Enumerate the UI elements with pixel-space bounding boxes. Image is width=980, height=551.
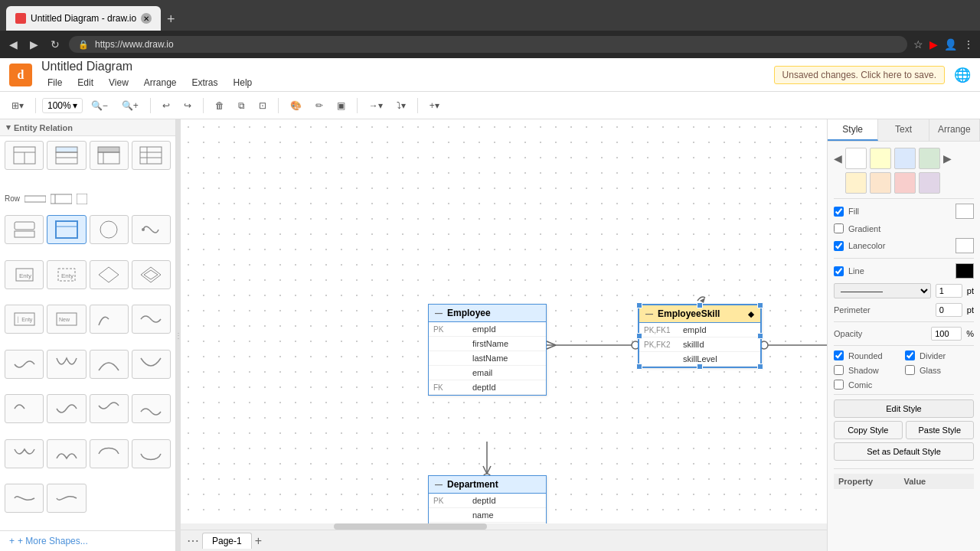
shadow-checkbox[interactable] (834, 365, 844, 375)
shape-item[interactable] (90, 141, 129, 170)
page-options-button[interactable]: ⋯ (187, 533, 199, 548)
shape-item[interactable]: Enty (47, 260, 86, 289)
department-collapse-btn[interactable]: — (435, 481, 443, 489)
employee-table[interactable]: — Employee PK empId firstName lastName (428, 304, 547, 396)
shape-item[interactable] (132, 305, 171, 334)
zoom-control[interactable]: 100% ▾ (42, 98, 83, 113)
sel-handle-mr[interactable] (757, 333, 763, 339)
back-button[interactable]: ◀ (6, 35, 21, 54)
edit-style-button[interactable]: Edit Style (834, 399, 974, 418)
default-style-button[interactable]: Set as Default Style (834, 442, 974, 461)
page-tab-1[interactable]: Page-1 (202, 533, 252, 549)
shape-item[interactable] (47, 484, 86, 513)
table-row[interactable]: email (429, 366, 546, 380)
divider-checkbox[interactable] (905, 350, 915, 360)
sel-handle-ml[interactable] (636, 333, 642, 339)
copy-style-button[interactable]: Copy Style (834, 421, 903, 439)
sel-handle-tl[interactable] (636, 302, 642, 308)
fill-color-box[interactable] (956, 204, 974, 219)
shape-item[interactable] (90, 350, 129, 379)
undo-button[interactable]: ↩ (157, 97, 175, 114)
employee-collapse-btn[interactable]: — (435, 309, 443, 318)
menu-arrange[interactable]: Arrange (138, 75, 183, 90)
table-row[interactable]: PK,FK1 empId (639, 323, 760, 337)
color-prev-button[interactable]: ◀ (834, 152, 842, 165)
color-swatch-purple[interactable] (919, 172, 940, 194)
more-button[interactable]: ⋮ (963, 38, 974, 51)
color-swatch-white[interactable] (845, 148, 867, 169)
employee-skill-table[interactable]: — EmployeeSkill ◆ PK,FK1 empId PK,FK2 sk… (638, 304, 762, 368)
copy-style-toolbar-button[interactable]: ⧉ (233, 97, 250, 114)
shape-item[interactable]: Enty (5, 260, 44, 289)
table-row[interactable]: PK deptId (429, 494, 546, 508)
menu-edit[interactable]: Edit (71, 75, 100, 90)
redo-button[interactable]: ↪ (178, 97, 197, 114)
shape-item[interactable] (5, 394, 44, 423)
delete-button[interactable]: 🗑 (210, 97, 230, 114)
color-swatch-orange[interactable] (870, 172, 891, 194)
line-color-box[interactable] (956, 263, 974, 279)
shape-item[interactable] (132, 350, 171, 379)
shape-item[interactable] (132, 215, 171, 244)
color-next-button[interactable]: ▶ (943, 152, 952, 165)
shape-item[interactable] (5, 350, 44, 379)
table-row[interactable]: firstName (429, 337, 546, 351)
color-swatch-blue[interactable] (894, 148, 916, 169)
sel-handle-bl[interactable] (636, 364, 642, 370)
grid-toggle-button[interactable]: ⊞▾ (6, 97, 29, 114)
lanecolor-checkbox[interactable] (834, 241, 844, 251)
shape-item[interactable] (47, 141, 86, 170)
address-bar[interactable]: 🔒 https://www.draw.io (69, 36, 907, 53)
tab-close-button[interactable]: ✕ (141, 13, 152, 24)
table-row[interactable]: lastName (429, 351, 546, 366)
color-swatch-red[interactable] (894, 172, 916, 194)
shape-item[interactable] (132, 394, 171, 423)
connector-button[interactable]: →▾ (364, 97, 388, 114)
line-color-button[interactable]: ✏ (310, 97, 328, 114)
table-row[interactable]: PK empId (429, 322, 546, 337)
shape-item[interactable] (132, 141, 171, 170)
refresh-button[interactable]: ↻ (47, 35, 63, 54)
table-row[interactable]: FK deptId (429, 380, 546, 395)
line-width-input[interactable] (936, 284, 962, 298)
menu-view[interactable]: View (103, 75, 135, 90)
comic-checkbox[interactable] (834, 380, 844, 390)
zoom-in-button[interactable]: 🔍+ (116, 97, 144, 114)
color-swatch-green[interactable] (919, 148, 940, 169)
shape-item[interactable]: │ Enty (5, 305, 44, 334)
collapse-left-icon[interactable]: ▾ (6, 122, 11, 132)
line-style-select[interactable]: ————— - - - - (834, 283, 931, 298)
fill-checkbox[interactable] (834, 207, 844, 217)
waypoint-button[interactable]: ⤵▾ (391, 97, 411, 114)
lanecolor-color-box[interactable] (956, 238, 974, 253)
scrollbar-thumb[interactable] (334, 523, 487, 530)
add-page-button[interactable]: + (255, 534, 262, 548)
tab-style[interactable]: Style (828, 119, 878, 141)
paste-style-toolbar-button[interactable]: ⊡ (253, 97, 272, 114)
shape-item[interactable] (132, 439, 171, 468)
shape-item[interactable] (5, 484, 44, 513)
globe-icon[interactable]: 🌐 (954, 67, 971, 83)
shape-item[interactable] (90, 260, 129, 289)
shape-item[interactable] (47, 439, 86, 468)
shape-item[interactable] (47, 394, 86, 423)
shape-item[interactable] (90, 305, 129, 334)
shape-item[interactable] (47, 350, 86, 379)
menu-help[interactable]: Help (227, 75, 259, 90)
color-swatch-gold[interactable] (845, 172, 867, 194)
perimeter-input[interactable] (936, 303, 962, 317)
new-tab-button[interactable]: + (161, 8, 181, 31)
table-row[interactable]: name (429, 508, 546, 523)
forward-button[interactable]: ▶ (27, 35, 41, 54)
opacity-input[interactable] (931, 327, 962, 341)
menu-extras[interactable]: Extras (186, 75, 224, 90)
tab-text[interactable]: Text (878, 119, 929, 141)
youtube-button[interactable]: ▶ (929, 38, 938, 51)
zoom-out-button[interactable]: 🔍− (86, 97, 113, 114)
menu-file[interactable]: File (41, 75, 68, 90)
canvas-scrollbar[interactable] (181, 523, 827, 530)
shadow-button[interactable]: ▣ (332, 97, 351, 114)
sel-handle-tc[interactable] (697, 302, 703, 308)
profile-button[interactable]: 👤 (944, 38, 957, 51)
shape-item[interactable] (47, 215, 86, 244)
